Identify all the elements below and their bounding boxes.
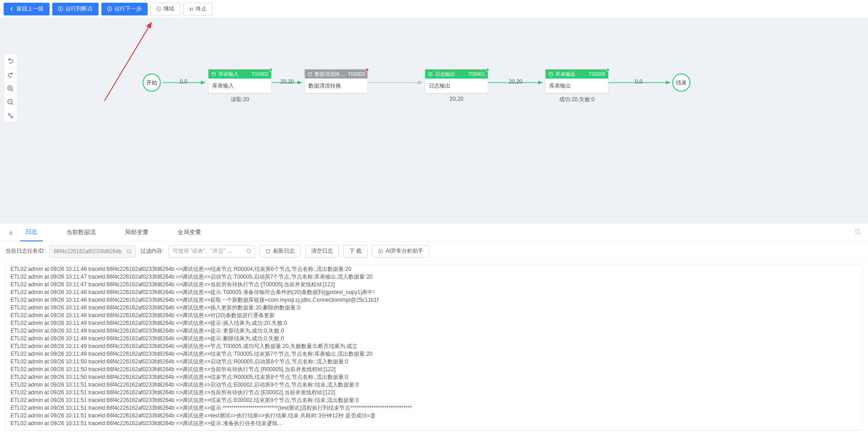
clear-label: 清空日志: [311, 247, 333, 255]
log-line: ETL02:admin at 09/26 10:11:49 traceId:66…: [10, 327, 858, 335]
tabs: 日志当前数据流局部变量全局变量: [0, 223, 868, 241]
svg-point-33: [380, 250, 382, 252]
process-node-1[interactable]: 数据清洗转…T00003数据清洗转换: [304, 69, 368, 93]
ai-label: AI异常分析助手: [386, 247, 423, 255]
node-header: 数据清洗转…T00003: [305, 69, 367, 78]
task-id-input[interactable]: 66f4c226162af0233fd8264b: [50, 245, 136, 258]
node-code: T00001: [468, 71, 485, 77]
log-line: ETL02:admin at 09/26 10:11:48 traceId:66…: [10, 289, 858, 296]
refresh-label: 刷新日志: [273, 247, 295, 255]
log-output[interactable]: ETL02:admin at 09/26 10:11:46 traceId:66…: [5, 265, 863, 431]
log-line: ETL02:admin at 09/26 10:11:49 traceId:66…: [10, 343, 858, 350]
log-line: ETL02:admin at 09/26 10:11:49 traceId:66…: [10, 335, 858, 343]
continue-button[interactable]: 继续: [150, 3, 180, 15]
node-header: 库表输出T00005: [546, 69, 608, 78]
node-header: 日志输出T00001: [425, 69, 488, 78]
refresh-icon: [265, 249, 271, 254]
log-filter-row: 当前日志任务ID: 66f4c226162af0233fd8264b 过滤内容:…: [0, 241, 868, 261]
theme-toggle-icon[interactable]: [854, 228, 862, 236]
process-node-0[interactable]: 库表输入T00002库表输入读取:20: [208, 69, 272, 93]
play-circle-icon: [107, 6, 112, 11]
node-type-icon: [211, 72, 216, 77]
refresh-log-button[interactable]: 刷新日志: [259, 245, 301, 258]
node-title: 库表输入: [218, 71, 249, 78]
svg-rect-4: [192, 7, 193, 10]
log-line: ETL02:admin at 09/26 10:11:50 traceId:66…: [10, 366, 858, 373]
svg-rect-3: [190, 7, 191, 10]
node-title: 日志输出: [435, 71, 466, 78]
tab-0[interactable]: 日志: [20, 223, 43, 241]
node-title: 库表输出: [556, 71, 586, 78]
log-line: ETL02:admin at 09/26 10:11:51 traceId:66…: [10, 420, 858, 427]
clear-log-button[interactable]: 清空日志: [305, 245, 339, 258]
edge-label: 0,0: [180, 78, 188, 85]
run-next-button[interactable]: 运行下一步: [101, 3, 148, 15]
ai-icon: [378, 249, 383, 254]
filter-placeholder: 可使用 "或者"、"并且" …: [173, 247, 233, 255]
node-type-icon: [428, 72, 433, 77]
process-node-2[interactable]: 日志输出T00001日志输出20,20: [425, 69, 488, 93]
run-to-breakpoint-button[interactable]: 运行到断点: [52, 3, 99, 15]
node-footer: 读取:20: [208, 96, 271, 103]
status-dot-icon: [486, 68, 489, 72]
status-dot-icon: [365, 68, 369, 72]
status-dot-icon: [269, 68, 273, 72]
log-line: ETL02:admin at 09/26 10:11:46 traceId:66…: [10, 265, 858, 273]
stop-label: 终止: [196, 5, 207, 13]
bottom-panel: 日志当前数据流局部变量全局变量 当前日志任务ID: 66f4c226162af0…: [0, 223, 868, 436]
end-label: 结束: [676, 79, 687, 87]
node-title: 数据清洗转…: [315, 71, 346, 78]
tab-2[interactable]: 局部变量: [119, 223, 154, 241]
log-line: ETL02:admin at 09/26 10:11:51 traceId:66…: [10, 397, 858, 404]
svg-point-21: [308, 72, 312, 73]
flow-edges: [0, 18, 868, 223]
log-line: ETL02:admin at 09/26 10:11:51 traceId:66…: [10, 404, 858, 412]
run-next-label: 运行下一步: [114, 5, 142, 13]
flow-canvas[interactable]: 开始 结束 0,0 20,20 20,20 0,0 库表输入T00002库表输入…: [0, 18, 868, 223]
filter-input[interactable]: 可使用 "或者"、"并且" …: [169, 245, 255, 258]
filter-label: 过滤内容:: [140, 247, 164, 255]
run-to-breakpoint-label: 运行到断点: [65, 5, 93, 13]
process-node-3[interactable]: 库表输出T00005库表输出成功:20,失败:0: [545, 69, 609, 93]
copy-icon[interactable]: [246, 248, 252, 254]
back-button[interactable]: 返回上一级: [4, 3, 50, 15]
log-line: ETL02:admin at 09/26 10:11:47 traceId:66…: [10, 281, 858, 289]
node-footer: 20,20: [425, 96, 488, 102]
log-line: ETL02:admin at 09/26 10:11:49 traceId:66…: [10, 319, 858, 327]
start-node[interactable]: 开始: [143, 73, 161, 92]
download-log-button[interactable]: 下 载: [343, 245, 367, 258]
node-body: 库表输入: [208, 78, 271, 93]
end-node[interactable]: 结束: [672, 73, 690, 92]
tab-3[interactable]: 全局变量: [172, 223, 207, 241]
log-line: ETL02:admin at 09/26 10:11:51 traceId:66…: [10, 381, 858, 389]
node-type-icon: [308, 72, 312, 77]
download-label: 下 载: [349, 247, 362, 255]
edge-label: 20,20: [509, 78, 522, 85]
node-footer: 成功:20,失败:0: [546, 96, 608, 103]
collapse-panel-icon[interactable]: [5, 227, 16, 238]
toolbar: 返回上一级 运行到断点 运行下一步 继续 终止: [0, 0, 868, 18]
log-line: ETL02:admin at 09/26 10:11:49 traceId:66…: [10, 350, 858, 358]
tab-1[interactable]: 当前数据流: [61, 223, 101, 241]
svg-point-26: [549, 72, 552, 73]
status-dot-icon: [606, 68, 610, 72]
log-line: ETL02:admin at 09/26 10:11:50 traceId:66…: [10, 373, 858, 381]
log-line: ETL02:admin at 09/26 10:11:47 traceId:66…: [10, 273, 858, 281]
node-code: T00005: [589, 71, 605, 77]
node-type-icon: [548, 72, 553, 77]
svg-point-20: [212, 72, 215, 73]
node-header: 库表输入T00002: [208, 69, 271, 78]
node-code: T00003: [348, 71, 365, 77]
task-id-value: 66f4c226162af0233fd8264b: [54, 248, 121, 255]
copy-icon[interactable]: [126, 249, 132, 254]
pause-icon: [189, 7, 193, 11]
node-code: T00002: [252, 71, 268, 77]
node-body: 数据清洗转换: [305, 78, 367, 93]
stop-button[interactable]: 终止: [183, 3, 213, 15]
edge-label: 20,20: [280, 78, 294, 85]
log-line: ETL02:admin at 09/26 10:11:50 traceId:66…: [10, 358, 858, 366]
ai-analysis-button[interactable]: AI异常分析助手: [372, 245, 429, 258]
node-body: 日志输出: [425, 78, 488, 93]
chevron-left-icon: [10, 7, 14, 11]
play-circle-icon: [58, 6, 63, 11]
